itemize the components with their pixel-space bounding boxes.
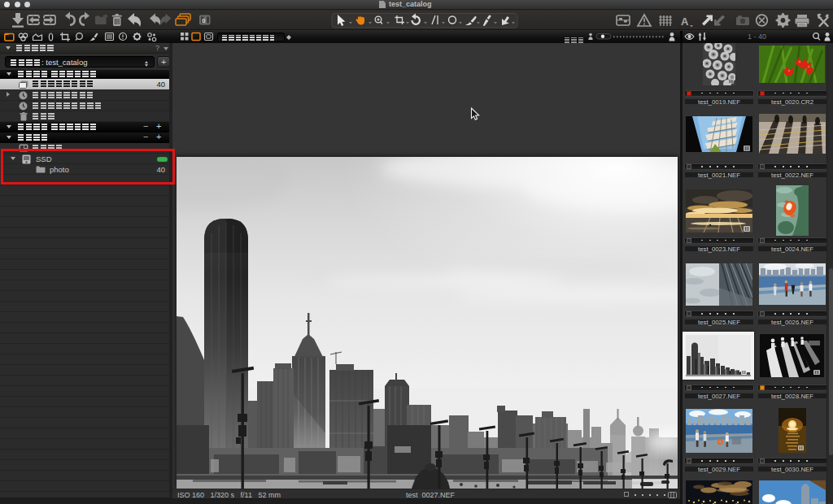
svg-text:0: 0	[202, 17, 205, 24]
svg-text:A: A	[681, 15, 689, 28]
svg-text:1 - 40: 1 - 40	[748, 33, 766, 41]
